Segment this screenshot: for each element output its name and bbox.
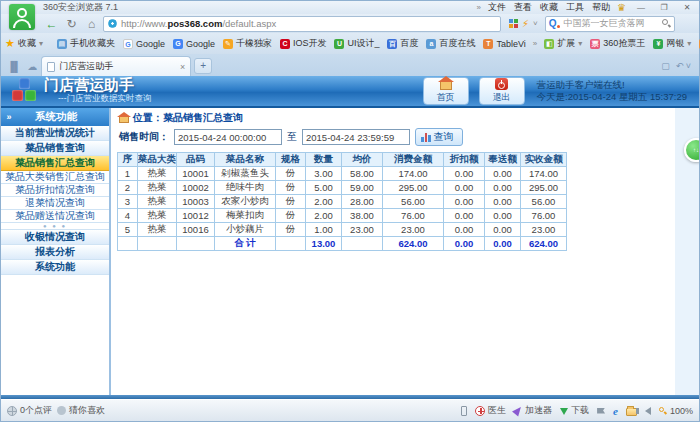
query-button[interactable]: 查询 <box>415 128 463 146</box>
menu-item[interactable]: 收藏 <box>540 1 558 14</box>
bookmark-item[interactable]: GGoogle <box>123 39 165 49</box>
table-cell: 0.00 <box>485 209 521 223</box>
favorites-menu[interactable]: ★ 收藏 ▾ <box>5 37 43 50</box>
breadcrumb: 位置：菜品销售汇总查询 <box>111 108 699 125</box>
table-header-cell: 折扣额 <box>444 153 485 167</box>
bookmarks-overflow-icon[interactable]: » <box>533 39 537 48</box>
url-text[interactable]: http://www.pos368.com/default.aspx <box>121 18 276 29</box>
table-row: 2热菜10002绝味牛肉份5.0059.00295.000.000.00295.… <box>118 181 567 195</box>
app-home-button[interactable]: 首页 <box>423 77 469 105</box>
sidebar-item[interactable]: 系统功能 <box>1 260 109 275</box>
bookmark-item[interactable]: 百百度 <box>387 37 418 50</box>
table-cell: 5 <box>118 223 138 237</box>
user-avatar-icon[interactable] <box>9 4 35 30</box>
bookmark-label: UI设计_ <box>347 37 379 50</box>
collapse-icon[interactable]: » <box>1 112 17 122</box>
search-input[interactable]: 中国第一女巨贪落网 <box>563 17 658 30</box>
bookmarks-bar: ★ 收藏 ▾ ▤手机收藏夹GGoogleGGoogle✎千橡独家CIOS开发UU… <box>1 33 699 54</box>
online-status: 营运助手客户端在线! <box>537 79 688 91</box>
table-total-cell: 13.00 <box>306 237 342 251</box>
table-header-cell: 序 <box>118 153 138 167</box>
speedup-icon[interactable]: ⚡ <box>522 18 529 29</box>
date-from-input[interactable] <box>174 129 282 145</box>
new-tab-button[interactable]: + <box>194 58 212 74</box>
table-header-cell: 奉送额 <box>485 153 521 167</box>
bookmark-item[interactable]: GGoogle <box>173 39 215 49</box>
home-button[interactable]: ⌂ <box>83 17 100 31</box>
bookmark-favicon-icon: G <box>123 39 133 49</box>
flag-icon[interactable] <box>597 408 605 414</box>
menu-item[interactable]: 工具 <box>566 1 584 14</box>
phone-icon[interactable] <box>461 406 467 416</box>
sidebar-pin-icon[interactable]: ▐▌ <box>7 61 21 72</box>
extension-item[interactable]: ¥网银▾ <box>653 37 691 50</box>
guess-you-like[interactable]: 猜你喜欢 <box>57 404 105 417</box>
table-cell: 份 <box>276 195 306 209</box>
date-to-input[interactable] <box>302 129 410 145</box>
bookmark-favicon-icon: T <box>483 39 493 49</box>
bookmark-favicon-icon: a <box>426 39 436 49</box>
table-cell: 38.00 <box>342 209 383 223</box>
bookmark-item[interactable]: UUI设计_ <box>334 37 379 50</box>
accelerator-button[interactable]: 加速器 <box>514 404 552 417</box>
bookmark-item[interactable]: a百度在线 <box>426 37 475 50</box>
bookmark-item[interactable]: ▤手机收藏夹 <box>57 37 115 50</box>
table-total-cell: 0.00 <box>485 237 521 251</box>
table-total-cell <box>276 237 306 251</box>
ie-icon[interactable]: e <box>613 405 618 417</box>
cloud-sync-icon[interactable]: ☁ <box>27 61 37 72</box>
download-button[interactable]: 下载 <box>560 404 589 417</box>
doctor-button[interactable]: 医生 <box>475 404 506 417</box>
chevron-down-icon[interactable]: ˅ <box>533 19 538 28</box>
table-cell: 2 <box>118 181 138 195</box>
speaker-icon[interactable] <box>645 407 651 415</box>
url-bar[interactable]: http://www.pos368.com/default.aspx <box>103 16 501 32</box>
refresh-button[interactable]: ↻ <box>63 17 80 31</box>
back-button[interactable]: ← <box>43 17 60 31</box>
table-cell: 剁椒蒸鱼头 <box>215 167 276 181</box>
table-cell: 10016 <box>177 223 215 237</box>
sidebar-item[interactable]: 菜品销售查询 <box>1 141 109 156</box>
extension-item[interactable]: 票360抢票王 <box>590 37 645 50</box>
close-button[interactable]: ✕ <box>679 2 695 13</box>
table-total-cell <box>342 237 383 251</box>
search-icon[interactable] <box>662 19 671 28</box>
menu-item[interactable]: 帮助 <box>592 1 610 14</box>
sidebar-item[interactable]: 收银情况查询 <box>1 230 109 245</box>
window-title: 360安全浏览器 7.1 <box>43 1 118 14</box>
search-box[interactable]: Q 中国第一女巨贪落网 <box>545 16 675 32</box>
bookmark-item[interactable]: TTableVi <box>483 39 525 49</box>
menu-overflow-icon[interactable]: » <box>477 3 481 12</box>
sidebar-item[interactable]: 报表分析 <box>1 245 109 260</box>
extensions-icon[interactable] <box>508 19 518 29</box>
restore-button[interactable]: ❐ <box>656 2 672 13</box>
house-icon <box>440 81 452 90</box>
reviews-status[interactable]: 0个点评 <box>7 404 52 417</box>
zoom-control[interactable]: 100% <box>659 406 693 416</box>
bar-chart-icon <box>421 133 431 142</box>
app-exit-button[interactable]: 退出 <box>479 77 525 105</box>
menu-item[interactable]: 查看 <box>514 1 532 14</box>
red-cross-icon <box>475 406 485 416</box>
table-cell: 0.00 <box>444 195 485 209</box>
main-content: 位置：菜品销售汇总查询 销售时间： 至 查询 序菜品大类品码菜品名称规格数量均价… <box>111 108 699 395</box>
sidebar-item-selected[interactable]: 菜品销售汇总查询 <box>1 156 109 171</box>
bookmark-favicon-icon: ▤ <box>57 39 67 49</box>
browser-window: 360安全浏览器 7.1 » 文件查看收藏工具帮助 ♛ — ❐ ✕ ← ↻ ⌂ … <box>0 0 700 422</box>
menu-item[interactable]: 文件 <box>488 1 506 14</box>
star-icon: ★ <box>5 37 15 50</box>
medal-icon[interactable]: ♛ <box>617 3 626 13</box>
browser-tab[interactable]: 门店营运助手 × <box>41 56 191 76</box>
table-total-cell <box>177 237 215 251</box>
tab-close-icon[interactable]: × <box>180 62 185 72</box>
sidebar-item[interactable]: 当前营业情况统计 <box>1 126 109 141</box>
table-cell: 热菜 <box>138 167 177 181</box>
bookmark-item[interactable]: ✎千橡独家 <box>223 37 272 50</box>
bookmark-item[interactable]: CIOS开发 <box>280 37 327 50</box>
sidebar-item[interactable]: 菜品赠送情况查询 <box>1 210 109 223</box>
undo-icon[interactable]: ↶ ˅ <box>676 61 691 71</box>
extension-item[interactable]: ◧扩展▾ <box>544 37 582 50</box>
minimize-button[interactable]: — <box>633 2 649 13</box>
restore-tab-icon[interactable]: ▢ <box>661 61 670 71</box>
table-cell: 0.00 <box>444 223 485 237</box>
